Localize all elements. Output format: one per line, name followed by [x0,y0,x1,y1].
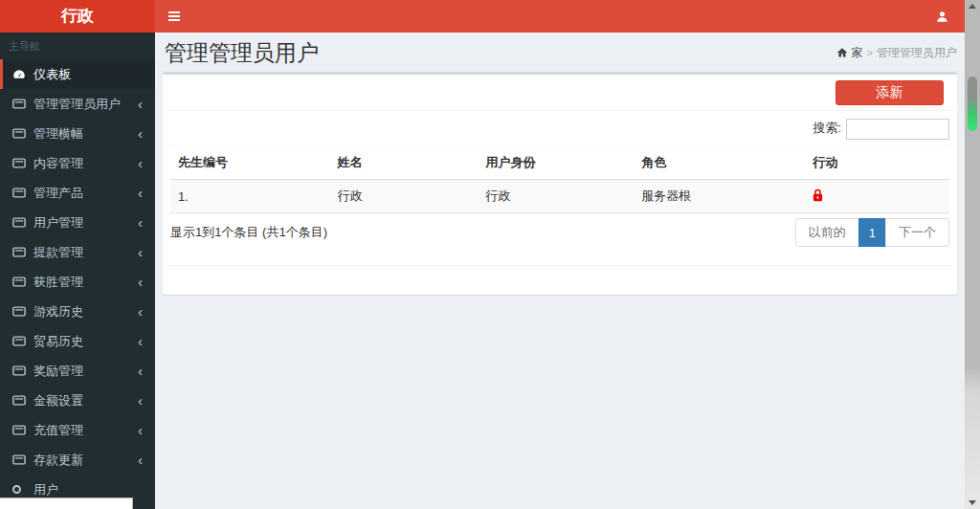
chevron-left-icon: ‹ [138,393,143,408]
column-header-action[interactable]: 行动 [805,146,949,180]
chevron-left-icon: ‹ [138,453,143,467]
home-icon [836,47,848,58]
panel-icon [12,188,33,198]
sidebar-item-manage-admin-users[interactable]: 管理管理员用户 ‹ [0,89,155,119]
column-header-identity[interactable]: 用户身份 [479,146,635,180]
chevron-left-icon: ‹ [138,186,143,200]
sidebar-item-label: 仪表板 [33,66,71,83]
sidebar-item-manage-products[interactable]: 管理产品 ‹ [0,178,155,208]
add-new-button[interactable]: 添新 [835,80,944,105]
sidebar-item-label: 管理管理员用户 [33,96,121,113]
chevron-left-icon: ‹ [138,126,143,141]
table-header-row: 先生编号 姓名 用户身份 角色 行动 [170,146,949,180]
table-info-text: 显示1到1个条目 (共1个条目) [170,224,327,241]
pagination: 以前的 1 下一个 [796,218,949,247]
sidebar-item-reward-management[interactable]: 奖励管理 ‹ [0,356,155,386]
panel-icon [12,306,33,317]
column-header-role[interactable]: 角色 [634,146,805,180]
sidebar-item-game-history[interactable]: 游戏历史 ‹ [0,297,155,326]
sidebar-item-recharge-management[interactable]: 充值管理 ‹ [0,415,155,445]
sidebar-item-label: 充值管理 [33,422,83,439]
sidebar-item-label: 用户管理 [33,214,83,232]
cell-role: 服务器根 [634,180,805,213]
admin-users-panel: 添新 搜索: 先生编号 姓名 用户身份 角色 行动 1. [163,72,957,295]
panel-icon [12,99,33,109]
chevron-left-icon: ‹ [138,215,143,230]
sidebar-item-label: 获胜管理 [33,274,83,291]
panel-icon [12,425,33,435]
sidebar-item-deposit-update[interactable]: 存款更新 ‹ [0,445,155,475]
chevron-left-icon: ‹ [138,156,143,170]
chevron-left-icon: ‹ [138,275,143,289]
panel-icon [12,277,33,287]
cell-sn: 1. [170,180,330,213]
sidebar-item-label: 管理横幅 [33,125,83,143]
chevron-left-icon: ‹ [138,364,143,378]
lock-icon[interactable] [813,188,823,202]
sidebar-item-content-management[interactable]: 内容管理 ‹ [0,148,155,178]
admin-users-table: 先生编号 姓名 用户身份 角色 行动 1. 行政 行政 服务器根 [170,145,949,213]
circle-o-icon [12,485,33,494]
sidebar: 主导航 仪表板 管理管理员用户 ‹ 管理横幅 ‹ 内容管理 ‹ 管理产品 ‹ 用… [0,33,155,509]
main-content: 管理管理员用户 家 > 管理管理员用户 添新 搜索: 先生编号 姓名 [155,33,980,509]
chevron-left-icon: ‹ [138,97,143,111]
sidebar-item-label: 提款管理 [33,244,83,261]
panel-icon [12,336,33,346]
cell-action [805,180,949,213]
panel-body: 搜索: 先生编号 姓名 用户身份 角色 行动 1. 行政 [163,111,957,295]
scrollbar-thumb[interactable] [968,77,977,131]
chevron-left-icon: ‹ [138,304,143,319]
panel-icon [12,128,33,139]
panel-icon [12,247,33,257]
sidebar-item-withdrawal-management[interactable]: 提款管理 ‹ [0,237,155,267]
scroll-up-arrow-icon[interactable] [969,4,976,9]
user-menu-button[interactable] [924,0,959,33]
sidebar-toggle-button[interactable] [155,0,193,33]
search-input[interactable] [846,119,949,140]
sidebar-item-label: 金额设置 [33,392,83,409]
sidebar-item-label: 游戏历史 [33,303,83,321]
sidebar-item-manage-banner[interactable]: 管理横幅 ‹ [0,119,155,148]
pagination-previous-button[interactable]: 以前的 [795,218,859,247]
sidebar-item-label: 奖励管理 [33,363,83,380]
app-logo[interactable]: 行政 [0,0,155,33]
table-footer: 显示1到1个条目 (共1个条目) 以前的 1 下一个 [170,218,949,247]
table-filter: 搜索: [170,119,949,140]
page-title: 管理管理员用户 [165,38,319,68]
sidebar-item-trade-history[interactable]: 贸易历史 ‹ [0,326,155,356]
scroll-down-arrow-icon[interactable] [969,500,976,505]
panel-icon [12,454,33,465]
panel-divider [170,265,949,266]
sidebar-item-label: 存款更新 [33,452,83,469]
top-navbar: 行政 [0,0,980,33]
breadcrumb-current: 管理管理员用户 [877,45,957,61]
sidebar-item-label: 内容管理 [33,155,83,172]
chevron-left-icon: ‹ [138,245,143,259]
sidebar-item-winning-management[interactable]: 获胜管理 ‹ [0,267,155,297]
panel-icon [12,365,33,376]
column-header-name[interactable]: 姓名 [330,146,479,180]
sidebar-item-dashboard[interactable]: 仪表板 [0,59,155,89]
vertical-scrollbar[interactable] [965,0,980,509]
status-bar-tooltip [0,498,133,509]
sidebar-item-label: 贸易历史 [33,333,83,350]
panel-header: 添新 [163,75,957,111]
content-header: 管理管理员用户 家 > 管理管理员用户 [155,33,980,72]
sidebar-item-label: 管理产品 [33,185,83,202]
dashboard-icon [12,69,33,80]
user-icon [936,11,948,23]
sidebar-section-label: 主导航 [0,33,155,59]
chevron-left-icon: ‹ [138,334,143,348]
pagination-page-1-button[interactable]: 1 [858,218,886,247]
panel-icon [12,158,33,168]
breadcrumb-separator: > [867,47,873,58]
column-header-sn[interactable]: 先生编号 [170,146,330,180]
panel-icon [12,217,33,228]
sidebar-item-user-management[interactable]: 用户管理 ‹ [0,208,155,237]
table-row: 1. 行政 行政 服务器根 [170,180,949,213]
cell-identity: 行政 [479,180,635,213]
sidebar-item-amount-settings[interactable]: 金额设置 ‹ [0,386,155,415]
breadcrumb-home-link[interactable]: 家 [852,45,863,61]
pagination-next-button[interactable]: 下一个 [885,218,949,247]
breadcrumb: 家 > 管理管理员用户 [836,45,957,61]
